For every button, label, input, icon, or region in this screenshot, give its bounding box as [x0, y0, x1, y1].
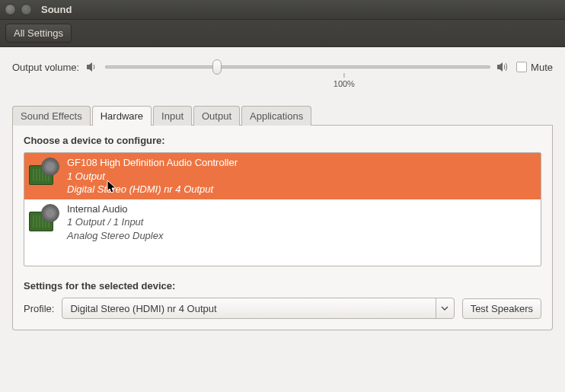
device-name: Internal Audio [67, 202, 163, 216]
output-volume-row: Output volume: 100% Mute [12, 59, 553, 75]
profile-value: Digital Stereo (HDMI) nr 4 Output [62, 303, 435, 314]
mute-checkbox[interactable] [516, 62, 527, 72]
minimize-icon[interactable] [21, 4, 32, 15]
device-item-gf108[interactable]: GF108 High Definition Audio Controller 1… [24, 153, 541, 199]
speaker-high-icon [496, 61, 510, 73]
speaker-low-icon [85, 61, 99, 73]
test-speakers-button[interactable]: Test Speakers [462, 298, 541, 319]
choose-device-label: Choose a device to configure: [24, 135, 541, 146]
device-profile: Digital Stereo (HDMI) nr 4 Output [67, 183, 238, 196]
device-name: GF108 High Definition Audio Controller [67, 156, 238, 170]
slider-thumb[interactable] [212, 59, 222, 75]
hardware-panel: Choose a device to configure: GF108 High… [12, 126, 553, 330]
all-settings-button[interactable]: All Settings [5, 24, 72, 43]
window-title: Sound [41, 4, 72, 15]
sound-card-icon [29, 204, 59, 234]
device-item-internal[interactable]: Internal Audio 1 Output / 1 Input Analog… [24, 199, 541, 246]
device-io: 1 Output [67, 170, 238, 183]
tab-output[interactable]: Output [193, 106, 240, 126]
device-profile: Analog Stereo Duplex [67, 229, 163, 243]
device-io: 1 Output / 1 Input [67, 215, 163, 229]
profile-label: Profile: [24, 303, 54, 314]
chevron-down-icon[interactable] [436, 298, 454, 318]
tab-sound-effects[interactable]: Sound Effects [12, 106, 91, 126]
tab-hardware[interactable]: Hardware [92, 106, 152, 126]
settings-device-label: Settings for the selected device: [24, 280, 541, 292]
tab-bar: Sound Effects Hardware Input Output Appl… [12, 105, 553, 126]
profile-row: Profile: Digital Stereo (HDMI) nr 4 Outp… [24, 298, 541, 319]
mute-checkbox-wrap[interactable]: Mute [516, 62, 553, 73]
device-list[interactable]: GF108 High Definition Audio Controller 1… [24, 152, 541, 266]
sound-card-icon [29, 158, 59, 188]
profile-combobox[interactable]: Digital Stereo (HDMI) nr 4 Output [62, 298, 454, 319]
close-icon[interactable] [5, 4, 16, 15]
tab-applications[interactable]: Applications [241, 106, 311, 126]
toolbar: All Settings [0, 20, 565, 47]
output-volume-slider[interactable]: 100% [105, 59, 490, 75]
tab-input[interactable]: Input [153, 106, 192, 126]
mute-label: Mute [531, 62, 553, 73]
titlebar: Sound [0, 0, 565, 20]
slider-tick-100: 100% [334, 79, 355, 88]
output-volume-label: Output volume: [12, 62, 79, 73]
